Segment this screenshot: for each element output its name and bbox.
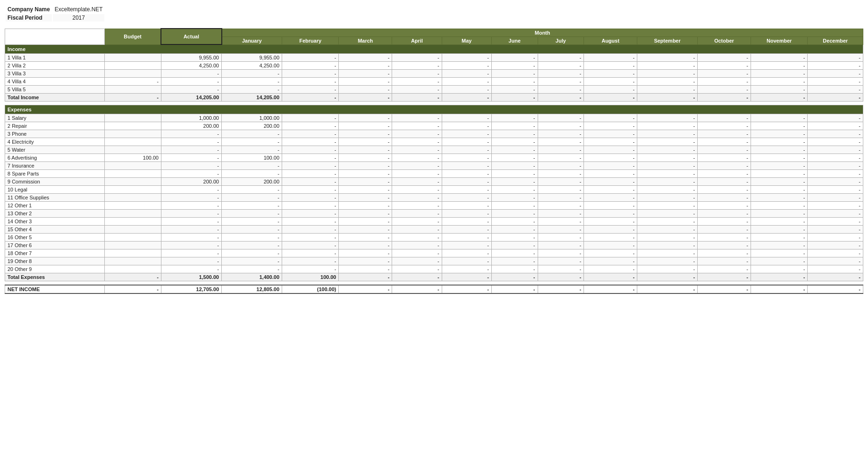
table-row: 10 Legal------------- bbox=[5, 186, 863, 194]
cell-may: - bbox=[442, 249, 491, 257]
cell-mar: - bbox=[339, 226, 392, 234]
table-row: NET INCOME-12,705.0012,805.00(100.00)---… bbox=[5, 285, 863, 293]
cell-feb: - bbox=[282, 226, 339, 234]
cell-apr: - bbox=[392, 86, 442, 94]
col-dec-header: December bbox=[808, 37, 863, 44]
cell-actual: - bbox=[161, 130, 221, 138]
cell-sep: - bbox=[637, 62, 698, 70]
cell-jun: - bbox=[491, 194, 538, 202]
cell-sep: - bbox=[637, 94, 698, 102]
cell-aug: - bbox=[584, 62, 637, 70]
cell-name: 5 Water bbox=[5, 146, 105, 154]
cell-jun: - bbox=[491, 114, 538, 122]
col-jul-header: July bbox=[538, 37, 584, 44]
cell-actual: - bbox=[161, 162, 221, 170]
cell-budget bbox=[104, 234, 161, 242]
cell-jul: - bbox=[538, 257, 584, 265]
cell-may: - bbox=[442, 186, 491, 194]
cell-aug: - bbox=[584, 265, 637, 273]
cell-name: 1 Salary bbox=[5, 114, 105, 122]
cell-jul: - bbox=[538, 138, 584, 146]
cell-dec: - bbox=[808, 146, 863, 154]
cell-actual: - bbox=[161, 257, 221, 265]
cell-aug: - bbox=[584, 202, 637, 210]
cell-feb: - bbox=[282, 146, 339, 154]
cell-feb: (100.00) bbox=[282, 285, 339, 293]
cell-name: 20 Other 9 bbox=[5, 265, 105, 273]
cell-aug: - bbox=[584, 210, 637, 218]
cell-oct: - bbox=[698, 122, 751, 130]
cell-mar: - bbox=[339, 178, 392, 186]
cell-jun: - bbox=[491, 86, 538, 94]
cell-may: - bbox=[442, 257, 491, 265]
cell-oct: - bbox=[698, 242, 751, 249]
cell-jun: - bbox=[491, 146, 538, 154]
cell-name: 6 Advertising bbox=[5, 154, 105, 162]
cell-mar: - bbox=[339, 146, 392, 154]
cell-name: 3 Villa 3 bbox=[5, 70, 105, 78]
cell-jan: - bbox=[222, 170, 282, 178]
cell-actual: - bbox=[161, 194, 221, 202]
cell-sep: - bbox=[637, 194, 698, 202]
cell-nov: - bbox=[751, 122, 807, 130]
cell-budget bbox=[104, 249, 161, 257]
cell-apr: - bbox=[392, 54, 442, 62]
cell-jan: - bbox=[222, 130, 282, 138]
col-oct-header: October bbox=[698, 37, 751, 44]
cell-jul: - bbox=[538, 242, 584, 249]
cell-jan: - bbox=[222, 194, 282, 202]
cell-nov: - bbox=[751, 186, 807, 194]
table-row: 9 Commission200.00200.00----------- bbox=[5, 178, 863, 186]
cell-budget bbox=[104, 146, 161, 154]
cell-may: - bbox=[442, 194, 491, 202]
table-row: Total Expenses-1,500.001,400.00100.00---… bbox=[5, 273, 863, 281]
cell-aug: - bbox=[584, 122, 637, 130]
cell-sep: - bbox=[637, 210, 698, 218]
cell-nov: - bbox=[751, 170, 807, 178]
cell-dec: - bbox=[808, 122, 863, 130]
cell-oct: - bbox=[698, 265, 751, 273]
cell-apr: - bbox=[392, 162, 442, 170]
cell-oct: - bbox=[698, 114, 751, 122]
cell-may: - bbox=[442, 122, 491, 130]
cell-sep: - bbox=[637, 202, 698, 210]
cell-mar: - bbox=[339, 186, 392, 194]
cell-budget: - bbox=[104, 285, 161, 293]
table-row: 16 Other 5------------- bbox=[5, 234, 863, 242]
cell-sep: - bbox=[637, 146, 698, 154]
cell-may: - bbox=[442, 234, 491, 242]
cell-sep: - bbox=[637, 265, 698, 273]
cell-dec: - bbox=[808, 78, 863, 86]
cell-may: - bbox=[442, 130, 491, 138]
cell-oct: - bbox=[698, 62, 751, 70]
cell-actual: - bbox=[161, 78, 221, 86]
table-row: 3 Phone------------- bbox=[5, 130, 863, 138]
cell-jan: - bbox=[222, 242, 282, 249]
cell-dec: - bbox=[808, 94, 863, 102]
cell-budget bbox=[104, 194, 161, 202]
cell-nov: - bbox=[751, 130, 807, 138]
table-row: 6 Advertising100.00-100.00----------- bbox=[5, 154, 863, 162]
cell-aug: - bbox=[584, 146, 637, 154]
cell-mar: - bbox=[339, 170, 392, 178]
cell-jan: - bbox=[222, 257, 282, 265]
section-header-label: Expenses bbox=[5, 105, 863, 114]
table-row: 4 Villa 4-------------- bbox=[5, 78, 863, 86]
cell-name: 8 Spare Parts bbox=[5, 170, 105, 178]
cell-jun: - bbox=[491, 78, 538, 86]
table-row: 18 Other 7------------- bbox=[5, 249, 863, 257]
cell-jun: - bbox=[491, 62, 538, 70]
cell-jan: - bbox=[222, 218, 282, 226]
cell-budget bbox=[104, 122, 161, 130]
cell-budget: 100.00 bbox=[104, 154, 161, 162]
cell-budget bbox=[104, 130, 161, 138]
cell-apr: - bbox=[392, 62, 442, 70]
cell-oct: - bbox=[698, 94, 751, 102]
cell-mar: - bbox=[339, 194, 392, 202]
cell-may: - bbox=[442, 202, 491, 210]
cell-jan: - bbox=[222, 70, 282, 78]
col-aug-header: August bbox=[584, 37, 637, 44]
cell-name: Total Income bbox=[5, 94, 105, 102]
cell-aug: - bbox=[584, 162, 637, 170]
cell-sep: - bbox=[637, 178, 698, 186]
